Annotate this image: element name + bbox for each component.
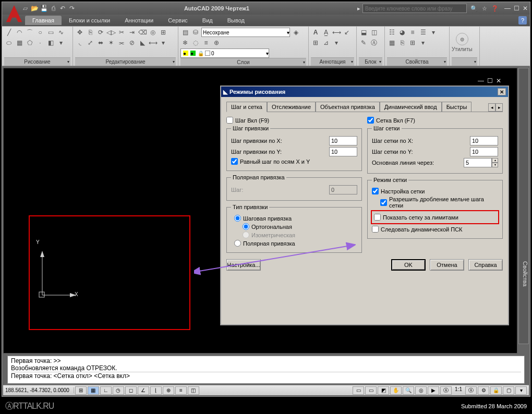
ducs-toggle[interactable]: ⌊ — [150, 386, 162, 395]
match-icon[interactable]: ⎘ — [397, 38, 407, 47]
panel-anno-title[interactable]: Аннотация▾ — [311, 57, 354, 66]
tab-output[interactable]: Вывод — [220, 16, 252, 25]
dialog-titlebar[interactable]: ◣ Режимы рисования ✕ — [221, 87, 508, 97]
annovis-icon[interactable]: Ⓐ — [465, 386, 477, 395]
grid-beyond-limits-checkbox[interactable] — [374, 214, 381, 221]
break-icon[interactable]: ⊘ — [127, 38, 137, 47]
region-icon[interactable]: ◧ — [46, 38, 55, 47]
otrack-toggle[interactable]: ∠ — [138, 386, 149, 395]
panel-drawing-title[interactable]: Рисование▾ — [4, 57, 70, 66]
pline-icon[interactable]: ◠ — [15, 28, 24, 37]
edit-more-icon[interactable]: ▾ — [159, 38, 168, 47]
zoom-icon[interactable]: 🔍 — [403, 386, 414, 395]
hatch-icon[interactable]: ▦ — [15, 38, 24, 47]
tab-snap-grid[interactable]: Шаг и сетка — [226, 102, 267, 112]
dialog-maximize-button[interactable]: ☐ — [487, 77, 493, 84]
layer-props-icon[interactable]: ▤ — [180, 28, 190, 37]
dialog-minimize-button[interactable]: — — [478, 77, 484, 84]
linetype-icon[interactable]: ≡ — [408, 28, 417, 37]
annoscale-icon[interactable]: Ⓐ — [440, 386, 452, 395]
chamfer-icon[interactable]: ◣ — [138, 38, 147, 47]
props3-icon[interactable]: ▾ — [418, 38, 428, 47]
tab-home[interactable]: Главная — [25, 16, 62, 25]
snap-type-polar-radio[interactable] — [234, 240, 241, 247]
measure-icon[interactable]: ⊚ — [456, 33, 468, 45]
close-button[interactable]: ✕ — [523, 5, 528, 12]
snap-ortho-radio[interactable] — [243, 223, 249, 230]
mirror-icon[interactable]: ◁▷ — [106, 28, 116, 37]
tab-tracking[interactable]: Отслеживание — [267, 102, 316, 112]
snap-toggle[interactable]: ⊞ — [75, 386, 87, 395]
osnap-toggle[interactable]: ◻ — [125, 386, 137, 395]
panel-edit-title[interactable]: Редактирование▾ — [75, 57, 176, 66]
tab-annotations[interactable]: Аннотации — [117, 16, 161, 25]
explode-icon[interactable]: ✶ — [106, 38, 116, 47]
help-button[interactable]: Справка — [468, 259, 503, 271]
create-block-icon[interactable]: ◫ — [369, 28, 379, 37]
coords-display[interactable]: 188.5621, -84.7302, 0.0000 — [5, 387, 74, 393]
array-icon[interactable]: ⊞ — [159, 28, 168, 37]
layer-match-icon[interactable]: ≡ — [201, 38, 211, 47]
props-icon[interactable]: ☷ — [387, 28, 396, 37]
major-line-input[interactable] — [464, 158, 492, 167]
leader-icon[interactable]: ↙ — [342, 28, 352, 37]
dim-icon[interactable]: ⟷ — [332, 28, 341, 37]
copy-icon[interactable]: ⎘ — [86, 28, 95, 37]
undo-icon[interactable]: ↶ — [58, 4, 67, 13]
tray-icon[interactable]: ▾ — [515, 386, 527, 395]
scale-icon[interactable]: ⤢ — [86, 38, 95, 47]
layer-off-icon[interactable]: ◌ — [191, 38, 200, 47]
lengthen-icon[interactable]: ⟷ — [148, 38, 158, 47]
spinner-down[interactable]: ▾ — [492, 163, 498, 167]
layer-make-icon[interactable]: ⊕ — [212, 38, 221, 47]
snap-y-input[interactable] — [329, 147, 357, 156]
app-menu-button[interactable] — [4, 4, 24, 24]
cancel-button[interactable]: Отмена — [430, 259, 464, 271]
point-icon[interactable]: · — [35, 38, 45, 47]
wheel-icon[interactable]: ◎ — [415, 386, 427, 395]
extend-icon[interactable]: ⇥ — [127, 28, 137, 37]
edit-block-icon[interactable]: ✎ — [359, 38, 368, 47]
spinner-up[interactable]: ▴ — [492, 158, 498, 163]
showmotion-icon[interactable]: ▶ — [428, 386, 439, 395]
dialog-close-icon[interactable]: ✕ — [498, 88, 506, 95]
spline-icon[interactable]: ∿ — [56, 28, 66, 37]
snap-x-input[interactable] — [329, 136, 357, 145]
subdivide-checkbox[interactable] — [380, 199, 387, 206]
ellipse-icon[interactable]: ⬭ — [4, 38, 14, 47]
more-draw-icon[interactable]: ▾ — [56, 38, 66, 47]
table-icon[interactable]: ⊞ — [311, 38, 320, 47]
panel-utils-title[interactable]: ▾ — [452, 57, 477, 66]
tab-scroll-right[interactable]: ▸ — [495, 103, 503, 112]
bylayer-icon[interactable]: ▦ — [387, 38, 396, 47]
tab-quick[interactable]: Быстры — [442, 102, 472, 112]
search-icon[interactable]: 🔍 — [470, 4, 478, 13]
follow-ucs-checkbox[interactable] — [372, 226, 379, 233]
arc-icon[interactable]: ⌒ — [25, 28, 34, 37]
save-icon[interactable]: 💾 — [40, 4, 48, 13]
layer-iso-icon[interactable]: ◈ — [291, 28, 300, 37]
polar-toggle[interactable]: ◷ — [113, 386, 124, 395]
fillet-icon[interactable]: ◟ — [75, 38, 84, 47]
layout-toggle[interactable]: ▭ — [365, 386, 377, 395]
lock-icon[interactable]: 🔒 — [490, 386, 502, 395]
properties-palette[interactable]: Свойства — [518, 68, 529, 344]
tab-scroll-left[interactable]: ◂ — [488, 103, 495, 112]
redo-icon[interactable]: ↷ — [68, 4, 76, 13]
layer-state-combo[interactable]: Несохране ▾ — [201, 28, 290, 37]
ok-button[interactable]: OK — [391, 259, 426, 271]
layer-combo[interactable]: ●●🔒0▾ — [180, 48, 269, 58]
ortho-toggle[interactable]: ∟ — [100, 386, 112, 395]
offset-icon[interactable]: ◎ — [148, 28, 158, 37]
ws-icon[interactable]: ⚙ — [478, 386, 489, 395]
tab-osnap[interactable]: Объектная привязка — [316, 102, 380, 112]
insert-icon[interactable]: ⬓ — [359, 28, 368, 37]
open-icon[interactable]: 📂 — [30, 4, 39, 13]
grid-toggle[interactable]: ▦ — [88, 386, 99, 395]
mleader-icon[interactable]: ⊿ — [321, 38, 331, 47]
panel-props-title[interactable]: Свойства▾ — [387, 57, 447, 66]
tab-blocks[interactable]: Блоки и ссылки — [62, 16, 117, 25]
rotate-icon[interactable]: ⟳ — [96, 28, 105, 37]
grid-y-input[interactable] — [470, 147, 498, 156]
qp-toggle[interactable]: ◫ — [188, 386, 199, 395]
